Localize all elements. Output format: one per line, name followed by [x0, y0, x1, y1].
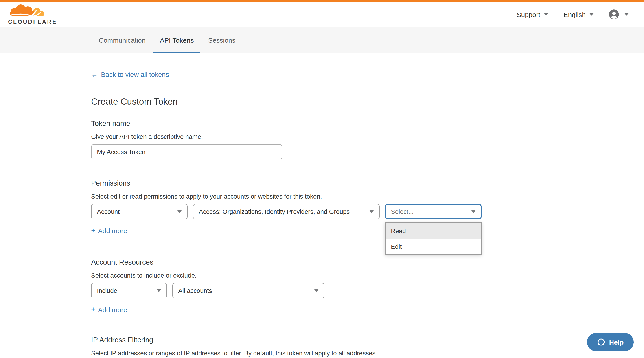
account-resources-description: Select accounts to include or exclude.	[91, 271, 644, 279]
plus-icon: +	[91, 306, 95, 313]
menu-option-read[interactable]: Read	[386, 223, 481, 238]
permissions-add-more-link[interactable]: + Add more	[91, 227, 127, 234]
chevron-down-icon	[156, 289, 161, 292]
permission-scope-select[interactable]: Account	[91, 204, 188, 219]
chevron-down-icon	[471, 210, 476, 213]
tab-sessions[interactable]: Sessions	[202, 27, 242, 54]
access-level-dropdown-menu: Read Edit	[385, 222, 482, 255]
chat-bubble-icon	[597, 338, 606, 346]
page-title: Create Custom Token	[91, 97, 644, 107]
add-more-label: Add more	[98, 306, 127, 313]
account-resources-row: Include All accounts	[91, 283, 644, 298]
cloudflare-cloud-icon	[8, 4, 53, 19]
user-avatar-icon	[609, 10, 619, 19]
permission-access-select[interactable]: Select...	[385, 204, 482, 219]
permissions-row: Account Access: Organizations, Identity …	[91, 204, 644, 219]
token-name-input[interactable]	[91, 144, 282, 159]
account-menu[interactable]	[609, 10, 629, 19]
account-resources-add-more-link[interactable]: + Add more	[91, 306, 127, 313]
profile-tabs: Communication API Tokens Sessions	[0, 27, 644, 54]
permissions-description: Select edit or read permissions to apply…	[91, 193, 644, 200]
permission-group-select[interactable]: Access: Organizations, Identity Provider…	[193, 204, 380, 219]
cloudflare-logo[interactable]: CLOUDFLARE	[8, 4, 57, 25]
help-button[interactable]: Help	[587, 333, 634, 351]
page: CLOUDFLARE Support English	[0, 0, 644, 358]
resource-mode-select[interactable]: Include	[91, 283, 167, 298]
chevron-down-icon	[589, 13, 594, 16]
permissions-heading: Permissions	[91, 179, 644, 187]
plus-icon: +	[91, 227, 95, 234]
chevron-down-icon	[177, 210, 182, 213]
tab-communication[interactable]: Communication	[92, 27, 152, 54]
language-label: English	[564, 11, 586, 18]
help-button-label: Help	[609, 338, 624, 346]
ip-filtering-description: Select IP addresses or ranges of IP addr…	[91, 349, 644, 357]
chevron-down-icon	[624, 13, 629, 16]
resource-mode-value: Include	[97, 287, 117, 294]
brand-accent-bar	[0, 0, 644, 2]
tab-api-tokens[interactable]: API Tokens	[154, 27, 200, 54]
back-to-tokens-link[interactable]: ← Back to view all tokens	[91, 71, 169, 78]
resource-accounts-select[interactable]: All accounts	[172, 283, 324, 298]
brand-wordmark: CLOUDFLARE	[8, 20, 57, 25]
header: CLOUDFLARE Support English	[0, 2, 644, 27]
add-more-label: Add more	[98, 227, 127, 234]
token-name-heading: Token name	[91, 120, 644, 128]
menu-option-edit[interactable]: Edit	[386, 238, 481, 254]
chevron-down-icon	[314, 289, 319, 292]
arrow-left-icon: ←	[91, 71, 98, 78]
permission-scope-value: Account	[97, 208, 120, 215]
resource-accounts-value: All accounts	[178, 287, 212, 294]
back-link-label: Back to view all tokens	[101, 71, 169, 78]
language-menu[interactable]: English	[564, 11, 594, 18]
chevron-down-icon	[369, 210, 374, 213]
permission-group-value: Access: Organizations, Identity Provider…	[199, 208, 350, 215]
account-resources-heading: Account Resources	[91, 258, 644, 266]
chevron-down-icon	[544, 13, 548, 16]
permission-access-placeholder: Select...	[391, 208, 414, 215]
support-menu[interactable]: Support	[517, 11, 548, 18]
token-name-description: Give your API token a descriptive name.	[91, 133, 644, 140]
main-content: ← Back to view all tokens Create Custom …	[0, 54, 644, 358]
ip-filtering-heading: IP Address Filtering	[91, 336, 644, 344]
support-label: Support	[517, 11, 540, 18]
